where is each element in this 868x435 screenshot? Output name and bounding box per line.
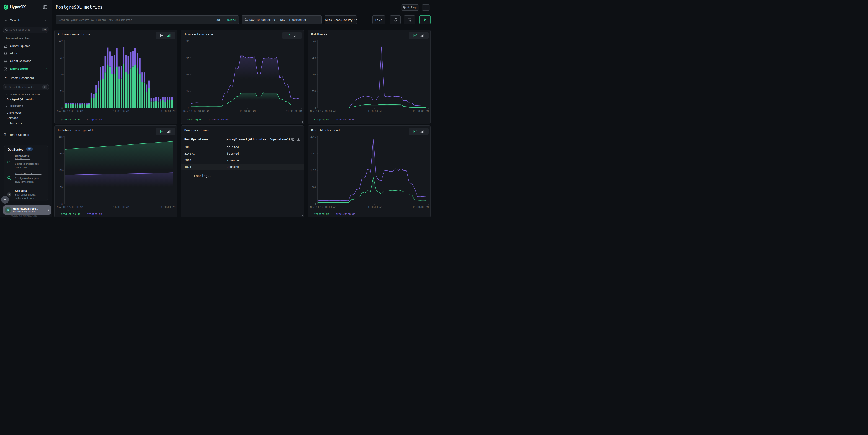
kebab-menu-button[interactable]: ⋮ — [422, 4, 430, 11]
chevron-up-icon[interactable] — [45, 68, 48, 70]
table-row[interactable]: 1871updated — [181, 164, 304, 170]
bar-chart-icon[interactable] — [167, 33, 171, 38]
saved-searches-input[interactable] — [9, 28, 42, 31]
svg-text:100: 100 — [59, 40, 63, 42]
live-button[interactable]: Live — [372, 15, 385, 24]
arrow-right-icon[interactable]: → — [41, 194, 44, 197]
saved-searches-search[interactable]: ⌘K — [3, 27, 49, 33]
line-chart-icon[interactable] — [160, 129, 164, 133]
legend-item[interactable]: —production_db — [58, 118, 81, 121]
legend-item[interactable]: —production_db — [58, 212, 81, 215]
step-title[interactable]: Connect toClickHouse — [15, 155, 30, 161]
bar-chart-icon[interactable] — [420, 33, 424, 38]
svg-text:Nov 10 12:00:00 AM: Nov 10 12:00:00 AM — [310, 110, 336, 112]
table-row[interactable]: 314071fetched — [181, 150, 304, 157]
resize-handle[interactable] — [175, 215, 176, 216]
legend-item[interactable]: —staging_db — [184, 118, 203, 121]
saved-dashboards-search[interactable]: ⌘K — [3, 84, 49, 90]
help-button[interactable]: ? — [1, 196, 9, 204]
chart-canvas: 05B10B15B20BNov 10 12:00:00 AM11:00:00 A… — [57, 133, 176, 210]
panel-title: Row operations — [184, 129, 210, 132]
legend-item[interactable]: —production_db — [206, 118, 228, 121]
sidebar-item-kubernetes[interactable]: Kubernetes — [7, 122, 22, 125]
table-row[interactable]: 3064inserted — [181, 157, 304, 163]
saved-dashboards-section-label[interactable]: SAVED DASHBOARDS — [10, 93, 41, 96]
legend-item[interactable]: —production_db — [333, 118, 355, 121]
svg-text:600: 600 — [312, 186, 316, 189]
sidebar-item-search-label[interactable]: Search — [10, 19, 20, 22]
line-chart-icon[interactable] — [413, 129, 417, 133]
sidebar-item-services[interactable]: Services — [7, 116, 18, 120]
column-header[interactable]: arrayElement(Attributes, 'operation') — [227, 138, 290, 141]
svg-text:0: 0 — [61, 107, 63, 109]
date-range-picker[interactable]: Nov 10 00:00:00 - Nov 11 00:00:00 — [242, 15, 321, 24]
svg-text:1K: 1K — [313, 40, 316, 42]
legend-item[interactable]: —staging_db — [311, 118, 329, 121]
svg-text:8K: 8K — [186, 40, 189, 42]
sidebar-item-clickhouse[interactable]: ClickHouse — [7, 111, 22, 114]
resize-handle[interactable] — [301, 215, 303, 216]
panel-title: Database size growth — [58, 129, 94, 132]
table-row[interactable]: 308deleted — [181, 144, 304, 150]
sidebar-item-dashboards[interactable]: Dashboards — [10, 67, 28, 70]
chevron-down-icon[interactable] — [6, 93, 8, 96]
legend-item[interactable]: —staging_db — [84, 212, 102, 215]
bar-chart-icon[interactable] — [167, 129, 171, 133]
create-dashboard-button[interactable]: Create Dashboard — [9, 76, 34, 80]
chevron-up-icon[interactable] — [45, 20, 48, 22]
chart-legend: —production_db —staging_db — [58, 118, 102, 121]
column-header[interactable]: Row Operations — [184, 138, 208, 141]
legend-item[interactable]: —staging_db — [311, 212, 329, 215]
chevron-up-icon[interactable] — [42, 149, 45, 151]
line-chart-icon[interactable] — [160, 33, 164, 38]
bar-chart-icon[interactable] — [293, 33, 298, 38]
sort-rows-icon[interactable] — [290, 138, 294, 141]
sidebar-item-postgresql-metrics[interactable]: PostgreSQL metrics — [7, 98, 35, 101]
sidebar-item-search[interactable] — [4, 19, 7, 23]
tags-button[interactable]: 0 Tags — [401, 4, 419, 11]
resize-handle[interactable] — [428, 122, 429, 123]
resize-handle[interactable] — [175, 122, 176, 123]
sql-toggle[interactable]: SQL — [216, 18, 221, 22]
svg-text:10B: 10B — [59, 169, 63, 172]
line-chart-icon[interactable] — [413, 33, 417, 38]
legend-item[interactable]: —production_db — [333, 212, 355, 215]
bar-chart-icon[interactable] — [420, 129, 424, 133]
avatar: D — [5, 207, 11, 213]
legend-item[interactable]: —staging_db — [84, 118, 102, 121]
event-search-input[interactable] — [59, 18, 216, 22]
svg-text:Nov 10 12:00:00 AM: Nov 10 12:00:00 AM — [57, 110, 83, 112]
svg-text:2K: 2K — [186, 90, 189, 93]
filter-button[interactable] — [404, 15, 415, 24]
svg-text:11:00:00 AM: 11:00:00 AM — [366, 206, 382, 208]
resize-handle[interactable] — [428, 215, 429, 216]
chart-legend: —production_db —staging_db — [58, 212, 102, 215]
user-menu[interactable]: D dominic.tran@clic... dominic.tran@clic… — [3, 205, 51, 214]
resize-handle[interactable] — [301, 122, 303, 123]
sidebar-item-team-settings[interactable]: Team Settings — [9, 133, 29, 136]
step-title[interactable]: Create Data Sources — [15, 173, 41, 176]
chevron-down-icon[interactable] — [6, 105, 8, 107]
granularity-select[interactable]: Auto Granularity — [324, 15, 357, 24]
svg-text:0: 0 — [188, 107, 189, 109]
loading-text: Loading... — [194, 174, 213, 178]
svg-text:11:00:00 AM: 11:00:00 AM — [113, 206, 129, 208]
refresh-button[interactable] — [390, 15, 401, 24]
line-chart-icon[interactable] — [286, 33, 290, 38]
collapse-sidebar-icon[interactable] — [43, 5, 47, 9]
step-title[interactable]: Add Data — [15, 189, 27, 193]
presets-section-label[interactable]: PRESETS — [10, 105, 24, 108]
panel-title: Rollbacks — [311, 33, 327, 36]
download-icon[interactable] — [297, 138, 301, 141]
sidebar-item-client-sessions[interactable]: Client Sessions — [10, 59, 31, 63]
chevron-down-icon — [354, 19, 357, 21]
sidebar-item-chart-explorer[interactable]: Chart Explorer — [10, 44, 30, 47]
panel-row-operations: Row operations Row Operations ⋮ arrayEle… — [181, 126, 304, 218]
run-query-button[interactable] — [420, 15, 431, 24]
svg-text:250: 250 — [312, 90, 316, 93]
hyperdx-logo-icon — [3, 4, 8, 10]
sidebar-item-alerts[interactable]: Alerts — [10, 52, 18, 55]
saved-dashboards-input[interactable] — [9, 86, 42, 89]
lucene-toggle[interactable]: Lucene — [226, 18, 236, 22]
event-search-bar[interactable]: SQL | Lucene — [56, 15, 239, 24]
